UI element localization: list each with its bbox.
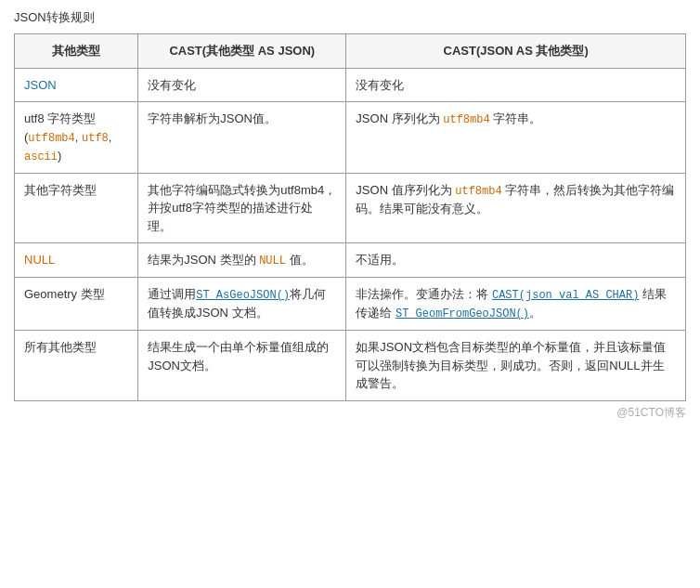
- col-header-1: 其他类型: [15, 34, 138, 69]
- table-row: 所有其他类型 结果生成一个由单个标量值组成的JSON文档。 如果JSON文档包含…: [15, 331, 686, 401]
- table-row: NULL 结果为JSON 类型的 NULL 值。 不适用。: [15, 243, 686, 278]
- json-conversion-table: 其他类型 CAST(其他类型 AS JSON) CAST(JSON AS 其他类…: [14, 33, 686, 401]
- cell-cast-to-json-4: 结果为JSON 类型的 NULL 值。: [138, 243, 346, 278]
- code-ascii: ascii: [24, 150, 58, 163]
- watermark: @51CTO博客: [14, 405, 686, 421]
- cell-type-utf8: utf8 字符类型 (utf8mb4, utf8, ascii): [15, 102, 138, 174]
- code-null: NULL: [259, 255, 286, 268]
- col-header-3: CAST(JSON AS 其他类型): [346, 34, 686, 69]
- cell-cast-to-json-6: 结果生成一个由单个标量值组成的JSON文档。: [138, 331, 346, 401]
- cell-type-all-other: 所有其他类型: [15, 331, 138, 401]
- cell-cast-to-json-5: 通过调用ST_AsGeoJSON()将几何值转换成JSON 文档。: [138, 278, 346, 331]
- cell-cast-from-json-4: 不适用。: [346, 243, 686, 278]
- type-label: JSON: [24, 78, 57, 92]
- table-row: utf8 字符类型 (utf8mb4, utf8, ascii) 字符串解析为J…: [15, 102, 686, 174]
- link-cast-char[interactable]: CAST(json_val AS CHAR): [492, 289, 639, 302]
- page-title: JSON转换规则: [14, 9, 686, 26]
- cell-cast-from-json-2: JSON 序列化为 utf8mb4 字符串。: [346, 102, 686, 174]
- cell-cast-to-json-2: 字符串解析为JSON值。: [138, 102, 346, 174]
- cell-cast-to-json-1: 没有变化: [138, 68, 346, 102]
- cell-type-json: JSON: [15, 68, 138, 102]
- table-row: JSON 没有变化 没有变化: [15, 68, 686, 102]
- cell-cast-to-json-3: 其他字符编码隐式转换为utf8mb4，并按utf8字符类型的描述进行处理。: [138, 173, 346, 243]
- cell-cast-from-json-6: 如果JSON文档包含目标类型的单个标量值，并且该标量值可以强制转换为目标类型，则…: [346, 331, 686, 401]
- code-utf8: utf8: [82, 132, 109, 145]
- cell-cast-from-json-1: 没有变化: [346, 68, 686, 102]
- code-utf8mb4-ref: utf8mb4: [443, 113, 489, 126]
- link-st-asgeo[interactable]: ST_AsGeoJSON(): [196, 289, 290, 302]
- table-row: 其他字符类型 其他字符编码隐式转换为utf8mb4，并按utf8字符类型的描述进…: [15, 173, 686, 243]
- cell-type-null: NULL: [15, 243, 138, 278]
- col-header-2: CAST(其他类型 AS JSON): [138, 34, 346, 69]
- link-st-geom[interactable]: ST_GeomFromGeoJSON(): [395, 307, 529, 320]
- code-utf8mb4-ref2: utf8mb4: [455, 185, 501, 198]
- table-row: Geometry 类型 通过调用ST_AsGeoJSON()将几何值转换成JSO…: [15, 278, 686, 331]
- null-label: NULL: [24, 253, 55, 267]
- cell-cast-from-json-5: 非法操作。变通办法：将 CAST(json_val AS CHAR) 结果传递给…: [346, 278, 686, 331]
- cell-type-geometry: Geometry 类型: [15, 278, 138, 331]
- code-utf8mb4: utf8mb4: [28, 132, 74, 145]
- cell-type-other-char: 其他字符类型: [15, 173, 138, 243]
- cell-cast-from-json-3: JSON 值序列化为 utf8mb4 字符串，然后转换为其他字符编码。结果可能没…: [346, 173, 686, 243]
